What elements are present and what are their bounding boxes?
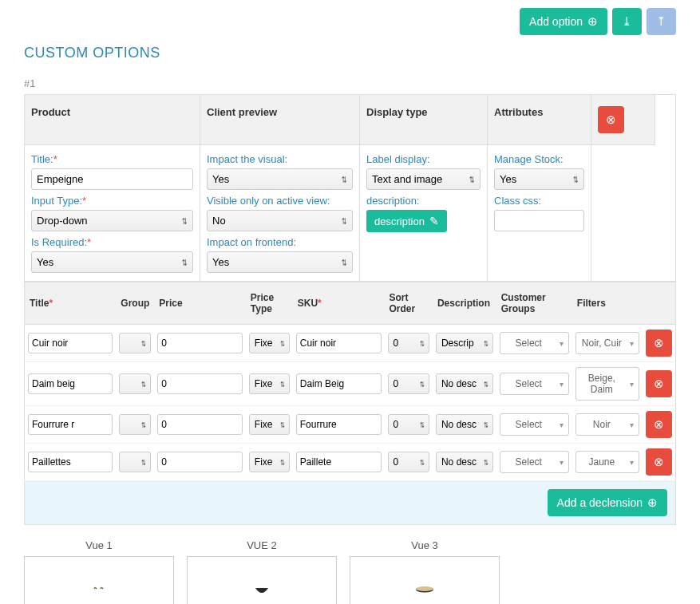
row-price-input[interactable] [157, 333, 242, 353]
row-price-type-select[interactable]: Fixed [249, 414, 290, 435]
row-price-type-select[interactable]: Fixed [249, 333, 290, 353]
impact-frontend-select[interactable]: Yes [207, 251, 353, 273]
row-description-select[interactable]: No desc [436, 414, 493, 435]
client-preview-cell: Impact the visual: Yes Visible only on a… [200, 145, 360, 281]
impact-frontend-label: Impact on frontend: [207, 236, 353, 248]
plus-circle-icon [647, 495, 658, 510]
download-icon [622, 14, 632, 29]
delete-icon [606, 113, 616, 127]
row-filters-select[interactable]: Jaune [575, 451, 639, 473]
svg-point-1 [416, 586, 433, 591]
row-sort-select[interactable]: 0 [388, 333, 429, 353]
th-sku: SKU* [293, 282, 385, 325]
impact-visual-select[interactable]: Yes [207, 168, 353, 190]
table-row: Fixed 0 Descrip Select Noir, Cuir [25, 325, 676, 362]
title-label: Title:* [31, 153, 193, 165]
add-option-label: Add option [529, 15, 583, 28]
manage-stock-label: Manage Stock: [494, 153, 584, 165]
label-display-select[interactable]: Text and image [366, 168, 481, 190]
row-group-select[interactable] [119, 373, 151, 394]
row-price-input[interactable] [157, 373, 242, 394]
manage-stock-select[interactable]: Yes [494, 168, 584, 190]
th-title: Title* [25, 282, 117, 325]
row-sort-select[interactable]: 0 [388, 452, 429, 472]
view-preview-box [187, 556, 337, 604]
impact-visual-label: Impact the visual: [207, 153, 353, 165]
row-customer-groups-select[interactable]: Select [500, 451, 569, 473]
row-customer-groups-select[interactable]: Select [500, 373, 569, 395]
row-description-select[interactable]: Descrip [436, 333, 493, 353]
declensions-table: Title* Group Price Price Type SKU* Sort … [24, 282, 676, 481]
row-description-select[interactable]: No desc [436, 373, 493, 394]
row-price-type-select[interactable]: Fixed [249, 373, 290, 394]
visible-active-select[interactable]: No [207, 210, 353, 231]
header-client-preview: Client preview [200, 95, 360, 145]
row-title-input[interactable] [28, 414, 113, 435]
title-input[interactable] [31, 168, 193, 190]
is-required-select[interactable]: Yes [31, 251, 193, 273]
description-label: description: [366, 195, 481, 207]
view-column: VUE 2 Add template [187, 539, 337, 604]
row-customer-groups-select[interactable]: Select [500, 332, 569, 354]
th-filters: Filters [572, 282, 643, 325]
view-title: Vue 1 [24, 539, 174, 551]
row-sort-select[interactable]: 0 [388, 414, 429, 435]
delete-icon [654, 455, 664, 469]
row-delete-button[interactable] [646, 448, 672, 476]
page-title: CUSTOM OPTIONS [24, 45, 676, 61]
row-sku-input[interactable] [296, 414, 382, 435]
view-preview-box [350, 556, 500, 604]
th-customer-groups: Customer Groups [496, 282, 572, 325]
class-css-label: Class css: [494, 195, 584, 207]
delete-icon [654, 336, 664, 350]
row-delete-button[interactable] [646, 370, 672, 397]
th-price: Price [154, 282, 245, 325]
product-cell: Title:* Input Type:* Drop-down Is Requir… [25, 145, 200, 281]
row-price-input[interactable] [157, 414, 242, 435]
row-filters-select[interactable]: Beige, Daim [575, 367, 639, 401]
header-attributes: Attributes [488, 95, 591, 145]
class-css-input[interactable] [494, 210, 584, 231]
row-title-input[interactable] [28, 333, 113, 353]
row-group-select[interactable] [119, 333, 151, 353]
display-type-cell: Label display: Text and image descriptio… [360, 145, 488, 281]
add-option-button[interactable]: Add option [520, 8, 607, 35]
delete-icon [654, 377, 664, 391]
header-delete [591, 95, 655, 145]
input-type-select[interactable]: Drop-down [31, 210, 193, 231]
row-sku-input[interactable] [296, 452, 382, 472]
is-required-label: Is Required:* [31, 236, 193, 248]
row-delete-button[interactable] [646, 411, 672, 438]
attributes-cell: Manage Stock: Yes Class css: [488, 145, 591, 281]
row-title-input[interactable] [28, 373, 113, 394]
row-sku-input[interactable] [296, 333, 382, 353]
row-group-select[interactable] [119, 414, 151, 435]
row-customer-groups-select[interactable]: Select [500, 413, 569, 436]
delete-option-button[interactable] [598, 106, 624, 133]
description-button[interactable]: description [366, 210, 447, 232]
row-filters-select[interactable]: Noir [575, 413, 639, 436]
row-price-input[interactable] [157, 452, 242, 472]
view-preview-box [24, 556, 174, 604]
upload-button[interactable] [647, 8, 676, 35]
option-number: #1 [24, 77, 676, 89]
pencil-icon [429, 215, 439, 227]
row-description-select[interactable]: No desc [436, 452, 493, 472]
delete-icon [654, 417, 664, 432]
th-price-type: Price Type [246, 282, 293, 325]
download-button[interactable] [612, 8, 642, 35]
row-sku-input[interactable] [296, 373, 382, 394]
row-filters-select[interactable]: Noir, Cuir [575, 332, 639, 354]
row-sort-select[interactable]: 0 [388, 373, 429, 394]
view-column: Vue 3 Add template [350, 539, 500, 604]
header-display-type: Display type [360, 95, 488, 145]
empty-cell [591, 145, 655, 281]
table-row: Fixed 0 No desc Select Noir [25, 406, 676, 444]
row-price-type-select[interactable]: Fixed [249, 452, 290, 472]
row-group-select[interactable] [119, 452, 151, 472]
add-declension-button[interactable]: Add a declension [548, 489, 667, 516]
row-delete-button[interactable] [646, 330, 672, 357]
view-title: Vue 3 [350, 539, 500, 551]
row-title-input[interactable] [28, 452, 113, 472]
label-display-label: Label display: [366, 153, 481, 165]
